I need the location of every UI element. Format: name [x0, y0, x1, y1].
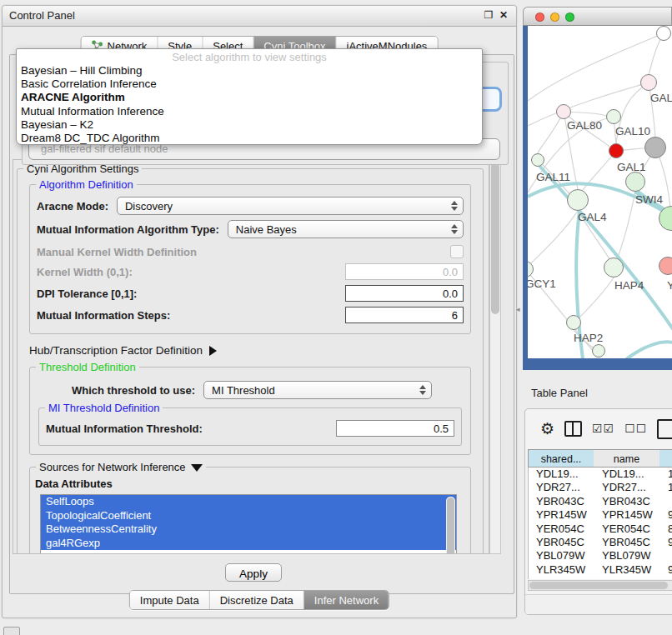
- combo-stepper-icon: [449, 224, 459, 234]
- table-hscrollbar[interactable]: [528, 580, 672, 591]
- split-columns-icon[interactable]: [564, 421, 582, 437]
- table-footer: [525, 594, 672, 615]
- hub-definition-toggle[interactable]: Hub/Transcription Factor Definition: [29, 344, 474, 357]
- dropdown-item-bayesian-k2[interactable]: Bayesian – K2: [17, 118, 482, 132]
- attribute-gal4rgexp[interactable]: gal4RGexp: [41, 537, 456, 551]
- dropdown-item-aracne-algorithm[interactable]: ARACNE Algorithm: [17, 91, 482, 104]
- manual-kernel-checkbox[interactable]: [450, 245, 464, 258]
- node-label-hap4: HAP4: [614, 279, 644, 292]
- table-cell: 9.: [660, 536, 672, 549]
- network-node[interactable]: [604, 258, 624, 278]
- network-node[interactable]: [640, 74, 657, 91]
- apply-button[interactable]: Apply: [225, 563, 282, 582]
- table-cell: [660, 495, 672, 508]
- network-window-titlebar[interactable]: [523, 7, 672, 26]
- which-threshold-combo[interactable]: MI Threshold: [203, 381, 432, 399]
- gear-icon[interactable]: ⚙: [540, 421, 554, 437]
- bottom-tab-bar: Impute DataDiscretize DataInfer Network: [129, 590, 389, 610]
- column-header-shared[interactable]: shared...: [528, 449, 594, 468]
- table-cell: 13: [660, 468, 672, 481]
- cyni-algorithm-settings-group: Cyni Algorithm Settings Algorithm Defini…: [17, 168, 484, 554]
- table-row[interactable]: YDR27...YDR27...12: [529, 481, 672, 494]
- node-label-gcy1: GCY1: [528, 278, 556, 290]
- aracne-mode-label: Aracne Mode:: [37, 200, 108, 212]
- table-panel-title: Table Panel: [531, 387, 588, 399]
- table-row[interactable]: YDL19...YDL19...13: [529, 468, 672, 481]
- dropdown-placeholder: Select algorithm to view settings: [17, 51, 482, 64]
- network-node[interactable]: [659, 257, 672, 275]
- network-node[interactable]: [609, 143, 624, 158]
- document-icon[interactable]: [657, 419, 672, 439]
- mi-threshold-field[interactable]: 0.5: [336, 420, 454, 437]
- table-header-row: shared...name: [528, 449, 672, 468]
- aracne-mode-combo[interactable]: Discovery: [117, 197, 464, 215]
- tab-discretize-data[interactable]: Discretize Data: [210, 591, 304, 609]
- network-node[interactable]: [531, 153, 544, 167]
- restore-icon[interactable]: ❐: [483, 9, 494, 21]
- minimize-traffic-light[interactable]: [550, 12, 559, 22]
- network-node[interactable]: [566, 315, 581, 330]
- checked-boxes-icon[interactable]: ☑☑: [592, 422, 614, 435]
- table-row[interactable]: YER054CYER054C8.: [529, 522, 672, 536]
- attribute-betweennesscentrality[interactable]: BetweennessCentrality: [41, 522, 456, 537]
- settings-scrollbar[interactable]: [489, 159, 501, 554]
- which-threshold-value: MI Threshold: [212, 384, 418, 397]
- unchecked-boxes-icon[interactable]: ☐☐: [624, 422, 647, 435]
- tab-infer-network[interactable]: Infer Network: [304, 591, 389, 609]
- dropdown-item-bayesian-hill-climbing[interactable]: Bayesian – Hill Climbing: [17, 64, 482, 78]
- table-row[interactable]: YBL079WYBL079W: [529, 549, 672, 562]
- zoom-traffic-light[interactable]: [565, 12, 574, 22]
- table-row[interactable]: YPR145WYPR145W9.: [529, 508, 672, 522]
- mi-type-value: Naive Bayes: [236, 223, 449, 236]
- dropdown-item-mutual-information-inference[interactable]: Mutual Information Inference: [17, 105, 482, 118]
- network-node[interactable]: [644, 137, 666, 158]
- sources-title[interactable]: Sources for Network Inference: [36, 461, 206, 473]
- mi-threshold-label: Mutual Information Threshold:: [46, 422, 203, 435]
- dropdown-item-basic-correlation-inference[interactable]: Basic Correlation Inference: [17, 78, 482, 91]
- network-node[interactable]: [656, 26, 671, 41]
- split-pane-handle[interactable]: ◂: [516, 305, 520, 313]
- collapse-down-icon: [191, 464, 203, 472]
- network-node[interactable]: [567, 189, 589, 211]
- dpi-tolerance-field[interactable]: 0.0: [345, 285, 464, 302]
- node-table: shared...name YDL19...YDL19...13YDR27...…: [528, 449, 672, 579]
- network-canvas[interactable]: GALGAL80GAL10GAL1GAL11SWI4GAL4GCY1HAP4YH…: [528, 26, 672, 358]
- settings-scrollpane: Cyni Algorithm Settings Algorithm Defini…: [13, 159, 489, 554]
- close-traffic-light[interactable]: [535, 12, 544, 22]
- table-row[interactable]: YBR043CYBR043C: [529, 495, 672, 508]
- network-node[interactable]: [625, 172, 645, 192]
- network-view-window: GALGAL80GAL10GAL1GAL11SWI4GAL4GCY1HAP4YH…: [523, 7, 672, 370]
- minimized-panel-icon[interactable]: [3, 627, 20, 635]
- table-row[interactable]: YBR045CYBR045C9.: [529, 536, 672, 549]
- table-cell: 9.: [660, 577, 672, 579]
- network-node[interactable]: [592, 344, 605, 358]
- algorithm-dropdown-popup: Select algorithm to view settings Bayesi…: [16, 48, 483, 145]
- kernel-width-field[interactable]: 0.0: [345, 263, 464, 280]
- table-cell: YDL19...: [529, 468, 594, 481]
- column-header-name[interactable]: name: [594, 449, 659, 468]
- threshold-definition-title: Threshold Definition: [36, 361, 139, 373]
- table-panel: ⚙ ☑☑ ☐☐ shared...name YDL19...YDL19...13…: [524, 408, 672, 615]
- table-cell: YBR045C: [594, 536, 660, 549]
- table-row[interactable]: YLR345WYLR345W9.: [529, 563, 672, 577]
- table-cell: YBR043C: [529, 495, 594, 508]
- table-row[interactable]: YIL052CYIL052C9.: [529, 577, 672, 579]
- list-scrollbar[interactable]: [446, 497, 455, 554]
- mi-threshold-group: MI Threshold Definition Mutual Informati…: [38, 408, 462, 446]
- table-cell: YDR27...: [594, 481, 660, 494]
- combo-stepper-icon: [449, 201, 459, 211]
- tab-impute-data[interactable]: Impute Data: [130, 591, 210, 609]
- mi-type-combo[interactable]: Naive Bayes: [228, 220, 464, 238]
- attribute-topologicalcoefficient[interactable]: TopologicalCoefficient: [41, 509, 456, 523]
- network-node[interactable]: [556, 104, 571, 119]
- network-node[interactable]: [606, 109, 621, 124]
- table-cell: YIL052C: [529, 577, 594, 579]
- attribute-selfloops[interactable]: SelfLoops: [41, 495, 456, 509]
- node-label-gal11: GAL11: [536, 171, 570, 183]
- dropdown-item-dream8-dc-tdc-algorithm[interactable]: Dream8 DC_TDC Algorithm: [17, 132, 482, 145]
- table-cell: YDR27...: [529, 481, 594, 494]
- column-header-partial[interactable]: [659, 449, 672, 468]
- close-icon[interactable]: ✕: [498, 9, 509, 21]
- control-panel-titlebar[interactable]: Control Panel ❐ ✕: [3, 6, 516, 27]
- mi-steps-field[interactable]: 6: [345, 307, 464, 323]
